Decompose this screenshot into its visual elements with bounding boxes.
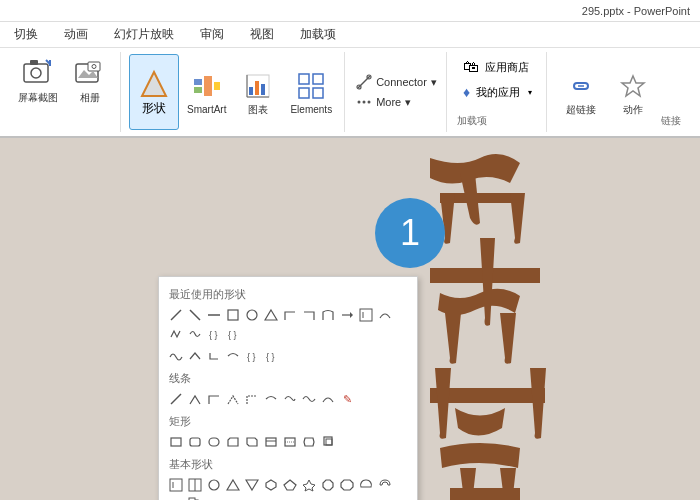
hyperlink-button[interactable]: 超链接 xyxy=(557,66,605,118)
shape-item[interactable] xyxy=(281,433,299,451)
more-label: More xyxy=(376,96,401,108)
shape-item[interactable] xyxy=(262,390,280,408)
menu-item-slideshow[interactable]: 幻灯片放映 xyxy=(110,24,178,45)
shape-item[interactable] xyxy=(224,347,242,365)
shape-item[interactable] xyxy=(224,476,242,494)
shape-item[interactable] xyxy=(243,476,261,494)
shape-item[interactable] xyxy=(205,390,223,408)
shape-item[interactable]: ✎ xyxy=(338,390,356,408)
svg-point-30 xyxy=(368,101,371,104)
shape-item[interactable] xyxy=(167,325,185,343)
shapes-dropdown-panel: 最近使用的形状 { } { } { } { } xyxy=(158,276,418,500)
shape-item[interactable] xyxy=(262,433,280,451)
shape-item[interactable] xyxy=(376,306,394,324)
shape-item[interactable] xyxy=(300,476,318,494)
shape-item[interactable] xyxy=(319,476,337,494)
shape-item[interactable] xyxy=(243,306,261,324)
shape-item[interactable] xyxy=(167,476,185,494)
smartart-label: SmartArt xyxy=(187,104,226,116)
ribbon: 屏幕截图 相册 形状 xyxy=(0,48,700,138)
shape-item[interactable] xyxy=(167,306,185,324)
shape-item[interactable] xyxy=(281,390,299,408)
shapes-group: 形状 SmartArt xyxy=(123,52,345,132)
menu-item-view[interactable]: 视图 xyxy=(246,24,278,45)
screenshot-button[interactable]: 屏幕截图 xyxy=(12,54,64,106)
shape-item[interactable] xyxy=(167,347,185,365)
shape-item[interactable] xyxy=(167,390,185,408)
svg-marker-64 xyxy=(246,480,258,490)
smartart-button[interactable]: SmartArt xyxy=(181,54,232,130)
shape-item[interactable] xyxy=(224,433,242,451)
shape-item[interactable] xyxy=(167,433,185,451)
shape-item[interactable] xyxy=(376,476,394,494)
more-button[interactable]: More ▾ xyxy=(353,93,440,111)
shape-item[interactable] xyxy=(319,433,337,451)
shape-item[interactable] xyxy=(186,325,204,343)
shape-item[interactable] xyxy=(243,433,261,451)
svg-point-38 xyxy=(247,310,257,320)
shape-item[interactable] xyxy=(186,306,204,324)
shape-item[interactable] xyxy=(186,390,204,408)
shape-item[interactable] xyxy=(281,306,299,324)
shape-item[interactable] xyxy=(262,476,280,494)
screenshot-label: 屏幕截图 xyxy=(18,92,58,104)
shape-item[interactable]: { } xyxy=(262,347,280,365)
elements-button[interactable]: Elements xyxy=(284,54,338,130)
photo-label: 相册 xyxy=(80,92,100,104)
shape-item[interactable] xyxy=(167,495,185,500)
shape-item[interactable] xyxy=(186,433,204,451)
shape-item[interactable] xyxy=(338,476,356,494)
svg-rect-16 xyxy=(249,87,253,95)
myapp-icon: ♦ xyxy=(463,84,470,100)
title-text: 295.pptx - PowerPoint xyxy=(582,5,690,17)
shape-item[interactable] xyxy=(262,306,280,324)
svg-line-25 xyxy=(358,76,370,88)
shape-item[interactable] xyxy=(205,433,223,451)
myapp-button[interactable]: ♦ 我的应用 ▾ xyxy=(457,82,538,102)
store-button[interactable]: 🛍 应用商店 xyxy=(457,56,538,78)
menu-item-animation[interactable]: 动画 xyxy=(60,24,92,45)
chart-button[interactable]: 图表 xyxy=(234,54,282,130)
shape-item[interactable] xyxy=(243,390,261,408)
shape-item[interactable] xyxy=(186,347,204,365)
shapes-button[interactable]: 形状 xyxy=(129,54,179,130)
menu-item-review[interactable]: 审阅 xyxy=(196,24,228,45)
menu-item-switch[interactable]: 切换 xyxy=(10,24,42,45)
svg-rect-11 xyxy=(194,79,202,85)
links-group: 超链接 动作 链接 xyxy=(549,52,689,132)
shape-item[interactable] xyxy=(357,306,375,324)
shape-item[interactable]: { } xyxy=(205,325,223,343)
shape-item[interactable] xyxy=(319,390,337,408)
shape-item[interactable] xyxy=(186,495,204,500)
shape-item[interactable]: { } xyxy=(243,347,261,365)
menu-item-addins[interactable]: 加载项 xyxy=(296,24,340,45)
shape-item[interactable] xyxy=(300,390,318,408)
shape-item[interactable] xyxy=(300,433,318,451)
shape-item[interactable] xyxy=(224,390,242,408)
connector-button[interactable]: Connector ▾ xyxy=(353,73,440,91)
svg-text:{ }: { } xyxy=(209,330,218,340)
recent-shapes-row2: { } { } xyxy=(163,345,413,367)
shape-item[interactable]: { } xyxy=(224,325,242,343)
shape-item[interactable] xyxy=(300,306,318,324)
svg-rect-23 xyxy=(299,88,309,98)
links-group-label: 链接 xyxy=(661,114,681,128)
store-icon: 🛍 xyxy=(463,58,479,76)
svg-rect-12 xyxy=(194,87,202,93)
shape-item[interactable] xyxy=(186,476,204,494)
shape-item[interactable] xyxy=(205,347,223,365)
shape-item[interactable] xyxy=(338,306,356,324)
shape-item[interactable] xyxy=(205,476,223,494)
svg-point-1 xyxy=(31,68,41,78)
shape-item[interactable] xyxy=(205,306,223,324)
photo-button[interactable]: 相册 xyxy=(66,54,114,106)
shape-item[interactable] xyxy=(357,476,375,494)
action-button[interactable]: 动作 xyxy=(609,66,657,118)
addins-group-label: 加载项 xyxy=(457,110,538,128)
shape-item[interactable] xyxy=(281,476,299,494)
shape-item[interactable] xyxy=(319,306,337,324)
svg-marker-63 xyxy=(227,480,239,490)
svg-text:{ }: { } xyxy=(247,352,256,362)
elements-label: Elements xyxy=(290,104,332,116)
shape-item[interactable] xyxy=(224,306,242,324)
